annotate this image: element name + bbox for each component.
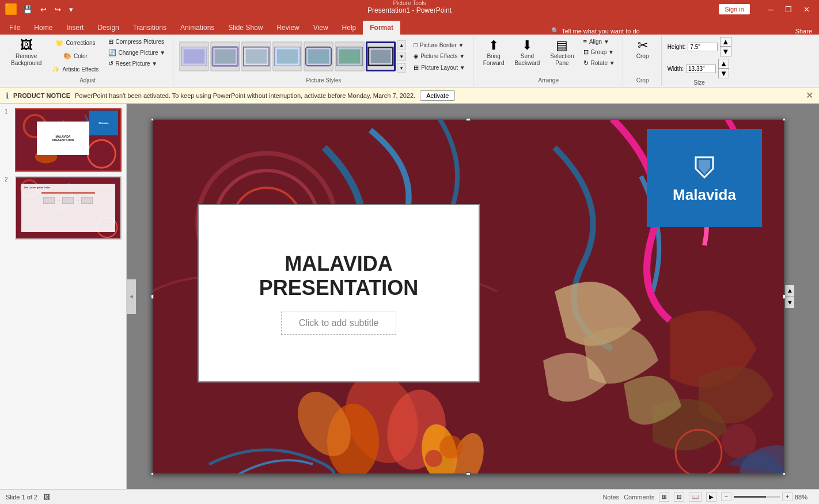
tab-animations[interactable]: Animations xyxy=(173,21,221,35)
style-thumb-6[interactable] xyxy=(335,41,365,71)
svg-rect-5 xyxy=(246,50,267,64)
slides-panel: 1 MALAVIDAPRESENTATION xyxy=(0,104,127,489)
style-thumb-2[interactable] xyxy=(210,41,240,71)
style-thumb-7[interactable] xyxy=(366,41,396,71)
activate-button[interactable]: Activate xyxy=(420,90,455,101)
handle-bl[interactable] xyxy=(151,472,154,475)
customize-qat-button[interactable]: ▾ xyxy=(67,4,75,15)
group-button[interactable]: ⊡ Group ▼ xyxy=(581,47,618,57)
slide-info: Slide 1 of 2 xyxy=(6,494,37,501)
crop-button[interactable]: ✂ Crop xyxy=(629,37,657,62)
main-area: 1 MALAVIDAPRESENTATION xyxy=(0,104,819,489)
slide-sorter-button[interactable]: ⊟ xyxy=(674,492,684,502)
handle-mr[interactable] xyxy=(783,294,785,299)
width-input[interactable] xyxy=(686,65,716,73)
send-backward-label: Send Backward xyxy=(514,53,540,67)
close-button[interactable]: ✕ xyxy=(799,4,814,15)
handle-bm[interactable] xyxy=(466,472,471,475)
search-icon: 🔍 xyxy=(551,27,559,35)
svg-rect-3 xyxy=(215,50,236,64)
tab-insert[interactable]: Insert xyxy=(59,21,90,35)
search-label[interactable]: Tell me what you want to do xyxy=(562,28,640,35)
left-resize-handle[interactable]: ◄ xyxy=(127,279,136,314)
restore-button[interactable]: ❐ xyxy=(780,4,797,15)
comments-button[interactable]: Comments xyxy=(624,494,654,501)
canvas-area: ◄ xyxy=(127,104,819,489)
zoom-out-button[interactable]: − xyxy=(721,492,731,501)
share-button[interactable]: Share xyxy=(795,28,812,35)
notification-close[interactable]: ✕ xyxy=(806,90,813,101)
undo-qat-button[interactable]: ↩ xyxy=(38,4,49,15)
width-up-button[interactable]: ▲ xyxy=(718,59,729,69)
status-bar: Slide 1 of 2 🖼 Notes Comments ⊞ ⊟ 📖 ▶ − … xyxy=(0,489,819,504)
tab-help[interactable]: Help xyxy=(335,21,363,35)
gallery-up[interactable]: ▲ xyxy=(397,40,406,50)
artistic-effects-label: Artistic Effects xyxy=(62,66,98,73)
remove-background-button[interactable]: 🖼 Remove Background xyxy=(7,37,46,69)
handle-tr[interactable] xyxy=(783,119,785,121)
bring-forward-button[interactable]: ⬆ Bring Forward xyxy=(479,37,509,69)
slide-thumbnail-1[interactable]: MALAVIDAPRESENTATION Malavida xyxy=(15,108,122,172)
corrections-button[interactable]: 🌟 Corrections xyxy=(48,37,103,49)
slideshow-button[interactable]: ▶ xyxy=(706,492,716,502)
width-down-button[interactable]: ▼ xyxy=(718,69,729,78)
tab-transitions[interactable]: Transitions xyxy=(126,21,173,35)
remove-bg-label: Remove Background xyxy=(11,53,41,67)
minimize-button[interactable]: ─ xyxy=(764,4,778,15)
subtitle-placeholder[interactable]: Click to add subtitle xyxy=(281,312,397,335)
height-down-button[interactable]: ▼ xyxy=(720,47,731,56)
style-thumb-3[interactable] xyxy=(241,41,271,71)
send-backward-button[interactable]: ⬇ Send Backward xyxy=(510,37,544,69)
style-thumb-1[interactable] xyxy=(179,41,209,71)
reset-picture-button[interactable]: ↺ Reset Picture ▼ xyxy=(105,59,169,69)
gallery-down[interactable]: ▼ xyxy=(397,52,406,61)
scroll-up-button[interactable]: ▲ xyxy=(786,285,794,297)
normal-view-button[interactable]: ⊞ xyxy=(659,492,669,502)
scroll-down-button[interactable]: ▼ xyxy=(786,297,794,308)
height-input[interactable] xyxy=(688,43,718,51)
style-thumb-4[interactable] xyxy=(272,41,302,71)
reset-label: Reset Picture ▼ xyxy=(116,60,158,67)
arrange-group-label: Arrange xyxy=(538,76,559,85)
logo-box[interactable]: Malavida xyxy=(647,129,762,227)
handle-ml[interactable] xyxy=(151,294,154,299)
sign-in-button[interactable]: Sign in xyxy=(719,4,750,14)
zoom-in-button[interactable]: + xyxy=(782,492,793,501)
width-field: Width: ▲ ▼ xyxy=(668,59,730,78)
zoom-slider[interactable] xyxy=(734,496,780,498)
tab-file[interactable]: File xyxy=(2,21,27,35)
tab-format[interactable]: Format xyxy=(363,21,400,35)
slide-thumbnail-2[interactable]: Title Lorem Ipsum Dolor → → xyxy=(15,176,122,240)
change-picture-button[interactable]: 🔄 Change Picture ▼ xyxy=(105,48,169,58)
svg-rect-13 xyxy=(371,50,391,63)
gallery-more[interactable]: ▾ xyxy=(397,63,406,73)
picture-layout-button[interactable]: ⊞ Picture Layout ▼ xyxy=(411,63,468,73)
picture-border-button[interactable]: □ Picture Border ▼ xyxy=(411,40,468,50)
handle-tl[interactable] xyxy=(151,119,154,121)
picture-effects-button[interactable]: ◈ Picture Effects ▼ xyxy=(411,51,468,61)
tab-review[interactable]: Review xyxy=(270,21,306,35)
compress-pictures-button[interactable]: ⊞ Compress Pictures xyxy=(105,37,169,47)
redo-qat-button[interactable]: ↪ xyxy=(52,4,63,15)
right-scrollbar[interactable]: ▲ ▼ xyxy=(785,285,794,308)
notes-button[interactable]: Notes xyxy=(602,494,619,501)
tab-design[interactable]: Design xyxy=(90,21,126,35)
title-text-box[interactable]: MALAVIDAPRESENTATION Click to add subtit… xyxy=(198,204,480,382)
tab-home[interactable]: Home xyxy=(27,21,59,35)
reading-view-button[interactable]: 📖 xyxy=(689,492,702,502)
artistic-effects-button[interactable]: ✨ Artistic Effects xyxy=(48,63,103,75)
slide-main-title: MALAVIDAPRESENTATION xyxy=(259,252,419,300)
align-icon: ≡ xyxy=(583,38,587,45)
handle-tm[interactable] xyxy=(466,119,471,121)
rotate-button[interactable]: ↻ Rotate ▼ xyxy=(581,58,618,68)
color-button[interactable]: 🎨 Color xyxy=(48,50,103,62)
selection-pane-button[interactable]: ▤ Selection Pane xyxy=(546,37,578,69)
tab-view[interactable]: View xyxy=(306,21,335,35)
tab-slideshow[interactable]: Slide Show xyxy=(221,21,270,35)
app-title: Presentation1 - PowerPoint xyxy=(367,6,452,14)
style-thumb-5[interactable] xyxy=(304,41,333,71)
save-qat-button[interactable]: 💾 xyxy=(21,4,35,15)
height-up-button[interactable]: ▲ xyxy=(720,37,731,47)
align-button[interactable]: ≡ Align ▼ xyxy=(581,37,618,46)
handle-br[interactable] xyxy=(783,472,785,475)
